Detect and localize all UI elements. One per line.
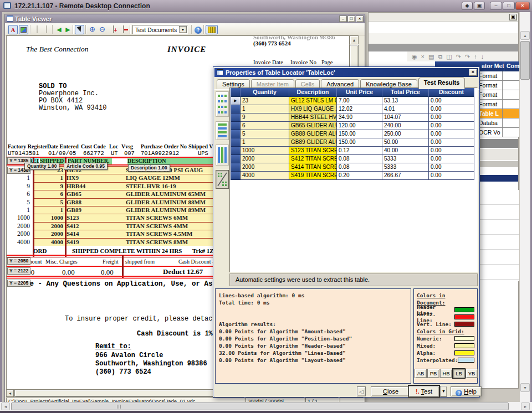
list-item[interactable]: Table L (478, 109, 519, 118)
table-row[interactable]: 1 HX9 LIQ GAUGE 12 12.02 4.01 0.00 (231, 105, 474, 113)
rw-toolbar-icon[interactable]: ↑ (474, 53, 477, 60)
rw-restore-button[interactable]: ▣ (509, 14, 517, 20)
session-scroll-down-icon[interactable]: ▼ (520, 383, 530, 392)
list-item[interactable]: Format (478, 81, 519, 90)
tab[interactable]: Test Results (418, 78, 466, 89)
session-scroll-right-icon[interactable]: ► (521, 402, 530, 410)
table-row[interactable]: 9 HBB44 STEEL HVR 34.90 104.07 0.00 (231, 113, 474, 122)
rw-toolbar-icon[interactable]: × (421, 53, 424, 60)
test-dropdown-icon[interactable]: ▼ (440, 386, 447, 397)
rw-toolbar-icon[interactable]: ▤ (428, 53, 434, 60)
rw-toolbar-icon[interactable]: ↷ (456, 53, 461, 60)
table-row[interactable]: 5 GB88 GLIDER ALU 150.00 250.00 0.00 (231, 130, 474, 138)
algo-toggle-button[interactable]: YB (466, 369, 478, 378)
tv-close-button[interactable]: × (356, 16, 364, 22)
legend-swatch (454, 343, 474, 348)
list-item[interactable]: Databa (478, 118, 519, 128)
ord-label: ORD (33, 247, 47, 254)
list-item[interactable]: Format (478, 71, 519, 81)
table-row[interactable]: 4000 S419 TITAN SCRE 0.20 266.67 0.00 (231, 172, 474, 180)
next-page-icon[interactable] (42, 25, 51, 34)
table-row[interactable]: 2000 S414 TITAN SCRE 0.08 5333 0.00 (231, 163, 474, 172)
help-button[interactable]: ? Help (451, 386, 482, 396)
rdp-restore-down-button[interactable]: ▣ (474, 2, 485, 10)
session-scroll-thumb[interactable] (520, 41, 530, 80)
algo-toggle-button[interactable]: HB (440, 369, 452, 378)
nav-back-icon[interactable]: ◀ (54, 25, 64, 34)
image-view-icon[interactable] (19, 25, 28, 34)
row-header[interactable] (231, 155, 241, 163)
pointer-tool-icon[interactable] (75, 25, 84, 34)
row-header[interactable] (231, 130, 241, 138)
test-button[interactable]: !. Test (408, 386, 439, 397)
session-scroll-up-icon[interactable]: ▲ (520, 31, 530, 40)
zoom-out-icon[interactable]: ⊖ (98, 25, 107, 34)
table-viewer-titlebar[interactable]: Table Viewer – □ × (5, 14, 365, 23)
fit-page-icon[interactable]: + (109, 25, 118, 34)
view-cells-icon[interactable] (216, 91, 229, 117)
rw-toolbar-icon[interactable]: ↷ (465, 53, 470, 60)
view-rows-icon[interactable] (216, 121, 229, 140)
scroll-thumb[interactable] (350, 45, 359, 68)
prev-page-icon[interactable] (32, 25, 42, 34)
col-unit-price[interactable]: Unit Price (337, 88, 382, 97)
document-set-combobox[interactable]: Test Documents ▼ (132, 25, 188, 34)
rw-toolbar-icon[interactable]: ◉ (412, 53, 417, 60)
row-header[interactable] (231, 138, 241, 147)
row-header[interactable] (231, 122, 241, 130)
row-header[interactable] (231, 163, 241, 172)
session-scroll-left-icon[interactable]: ◄ (1, 402, 10, 410)
tooltip-quantity: Quantity 1.00 (24, 163, 59, 170)
table-row[interactable]: 1 GB89 GLIDER ALU 150.00 50.00 0.00 (231, 138, 474, 147)
row-header[interactable] (231, 113, 241, 122)
scroll-left-icon[interactable]: ◄ (6, 390, 14, 397)
table-row[interactable]: 6 GB65 GLIDER ALU 120.00 240.00 0.00 (231, 122, 474, 130)
help-icon[interactable]: ? (193, 25, 203, 34)
dialog-close-icon[interactable]: × (469, 69, 477, 76)
zoom-in-icon[interactable]: ⊕ (88, 25, 97, 34)
rdp-maximize-button[interactable]: □ (503, 2, 515, 10)
session-horizontal-scrollbar[interactable]: ◄ ► (0, 402, 532, 411)
combobox-dropdown-icon[interactable]: ▼ (179, 26, 187, 33)
rw-toolbar-icon[interactable]: ↓ (481, 53, 484, 60)
rdp-close-button[interactable]: × (515, 2, 530, 10)
close-button[interactable]: Close (371, 386, 411, 396)
dialog-titlebar[interactable]: Properties of Table Locator 'TableLoc' × (214, 68, 478, 77)
col-total-price[interactable]: Total Price (382, 88, 429, 97)
rw-toolbar-icon[interactable]: ◫ (446, 53, 452, 60)
rw-toolbar-icon[interactable]: ⧉ (438, 53, 442, 60)
view-interpolation-icon[interactable] (216, 170, 229, 189)
item-description: TITAN SCREWS 8MM (126, 239, 188, 245)
row-header[interactable] (231, 105, 241, 113)
col-description[interactable]: Description (289, 88, 337, 97)
rdp-pin-button[interactable]: ◆ (462, 2, 473, 10)
nav-forward-icon[interactable]: ▶ (63, 25, 73, 34)
table-row[interactable]: 1000 S123 TITAN SCRE 0.12 40.00 0.00 (231, 147, 474, 155)
list-item[interactable]: Format (478, 100, 519, 109)
fit-width-icon[interactable] (119, 25, 128, 34)
tv-maximize-button[interactable]: □ (347, 16, 355, 22)
scroll-up-icon[interactable]: ▲ (350, 35, 359, 44)
col-quantity[interactable]: Quantity (241, 88, 289, 97)
col-discount[interactable]: Discount (429, 88, 474, 97)
row-header[interactable] (231, 172, 241, 180)
view-columns-icon[interactable] (216, 144, 229, 166)
rdp-titlebar[interactable]: 172.21.1.107 - Remote Desktop Connection… (0, 0, 532, 12)
rdp-minimize-button[interactable]: – (490, 2, 502, 10)
tv-minimize-button[interactable]: – (339, 16, 347, 22)
table-row[interactable]: ▶ 23 GL12 STNLS LM 0 - 7.00 53.13 0.00 (231, 97, 474, 105)
row-header[interactable] (231, 147, 241, 155)
list-item[interactable]: OCR Vo (478, 128, 519, 137)
session-hscroll-thumb[interactable] (11, 402, 509, 410)
session-vertical-scrollbar[interactable]: ▲ ▼ (520, 12, 530, 402)
algo-toggle-button[interactable]: AB (415, 369, 427, 378)
rdp-computer-icon (3, 2, 11, 9)
algo-toggle-button[interactable]: PB (427, 369, 439, 378)
row-header[interactable]: ▶ (231, 97, 241, 105)
list-item[interactable]: Format (478, 90, 519, 100)
table-row[interactable]: 2000 S412 TITAN SCRE 0.08 5333 0.00 (231, 155, 474, 163)
prev-result-icon[interactable]: ◁ (357, 386, 366, 396)
algo-toggle-button[interactable]: LB (453, 369, 465, 378)
columns-icon[interactable] (206, 25, 218, 34)
annotations-icon[interactable]: A (8, 25, 18, 34)
